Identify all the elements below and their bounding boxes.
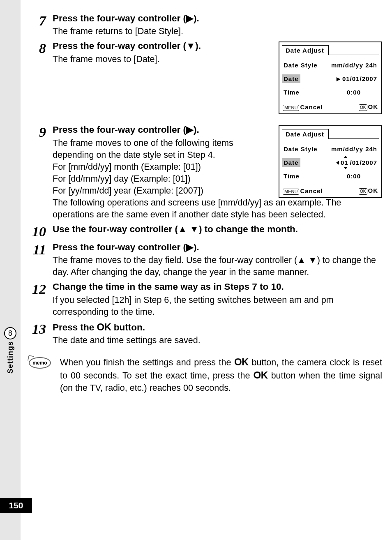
step-desc: For [dd/mm/yy] day (Example: [01]) [53, 173, 233, 185]
lcd-footer: MENUCancel OKOK [279, 185, 381, 197]
step-7: 7 Press the four-way controller (▶). The… [29, 12, 382, 37]
lcd-footer-left: MENUCancel [283, 187, 323, 195]
ok-label: OK [368, 187, 378, 194]
step-desc: For [yy/mm/dd] year (Example: [2007]) [53, 185, 233, 197]
lcd-label-highlighted: Date [282, 158, 300, 167]
step-12: 12 Change the time in the same way as in… [29, 281, 382, 318]
step-desc: The frame moves to the day field. Use th… [53, 254, 382, 278]
menu-button-icon: MENU [283, 189, 299, 195]
lcd-footer-right: OKOK [359, 103, 378, 111]
lcd-row-date: Date 01/01/2007 [284, 156, 377, 169]
page-number: 150 [0, 498, 32, 513]
step-title-text-end: ). [195, 41, 201, 51]
lcd-label-highlighted: Date [282, 74, 300, 83]
lcd-screen-date-highlight: Date Adjust Date Style mm/dd/yy 24h Date… [279, 42, 382, 114]
ok-button-text: OK [97, 321, 111, 332]
step-11: 11 Press the four-way controller (▶). Th… [29, 241, 382, 278]
lcd-value: mm/dd/yy 24h [331, 145, 377, 152]
step-desc: The frame returns to [Date Style]. [53, 25, 382, 37]
lcd-label: Date Style [284, 145, 318, 152]
step-title: Use the four-way controller (▲ ▼) to cha… [53, 223, 382, 235]
lcd-screen-month-select: Date Adjust Date Style mm/dd/yy 24h Date… [279, 125, 382, 198]
lcd-footer-right: OKOK [359, 187, 378, 195]
margin-tab-strip [0, 0, 21, 540]
ok-button-text: OK [254, 369, 268, 381]
step-13: 13 Press the OK button. The date and tim… [29, 321, 382, 346]
lcd-row-date: Date ▶ 01/01/2007 [284, 72, 377, 85]
right-arrow-glyph: ▶ [186, 13, 194, 23]
memo-oval-icon: memo [29, 357, 51, 369]
lcd-row-time: Time 0:00 [284, 85, 377, 99]
step-title-text-end: ) to change the month. [199, 224, 298, 234]
date-rest: /01/2007 [350, 159, 377, 166]
step-desc: The following operations and screens use… [53, 197, 382, 221]
step-number: 12 [29, 281, 53, 296]
step-title-text: Press the four-way controller ( [53, 125, 186, 135]
page-content: 7 Press the four-way controller (▶). The… [29, 12, 382, 394]
step-title: Change the time in the same way as in St… [53, 281, 382, 293]
ok-label: OK [368, 103, 378, 110]
step-title-text: Press the four-way controller ( [53, 13, 186, 23]
step-title: Press the four-way controller (▶). [53, 12, 382, 25]
menu-button-icon: MENU [283, 105, 299, 111]
step-10: 10 Use the four-way controller (▲ ▼) to … [29, 223, 382, 239]
cancel-label: Cancel [300, 104, 323, 111]
step-title-text-end: ). [194, 125, 199, 135]
step-number: 10 [29, 223, 53, 239]
lcd-row-time: Time 0:00 [284, 169, 377, 183]
left-arrow-icon [336, 161, 339, 165]
up-arrow-glyph: ▲ [297, 255, 306, 265]
lcd-value: 0:00 [347, 173, 361, 180]
lcd-date-value: 01/01/2007 [342, 75, 377, 82]
step-title: Press the OK button. [53, 321, 382, 334]
right-pointer-icon: ▶ [337, 76, 341, 82]
memo-text: When you finish the settings and press t… [60, 355, 382, 394]
step-title-text: Press the four-way controller ( [53, 242, 186, 252]
side-chapter-marker: 8 Settings [4, 327, 16, 374]
step-number: 11 [29, 241, 53, 257]
lcd-value: 01/01/2007 [336, 159, 377, 166]
step-desc: The frame moves to one of the following … [53, 137, 233, 161]
lcd-value: ▶ 01/01/2007 [337, 75, 377, 82]
lcd-title: Date Adjust [282, 129, 329, 139]
title-a: Press the [53, 322, 97, 332]
lcd-label: Time [284, 173, 300, 180]
step-number: 13 [29, 321, 53, 336]
down-arrow-glyph: ▼ [190, 224, 199, 234]
lcd-value: 0:00 [347, 89, 361, 96]
chapter-label: Settings [6, 341, 15, 374]
lcd-label: Time [284, 89, 300, 96]
step-number: 7 [29, 12, 53, 28]
step-title-text: Press the four-way controller ( [53, 41, 186, 51]
step-desc: If you selected [12h] in Step 6, the set… [53, 294, 382, 318]
step-number: 8 [29, 40, 53, 55]
lcd-footer-left: MENUCancel [283, 104, 323, 111]
down-arrow-glyph: ▼ [308, 255, 317, 265]
down-arrow-glyph: ▼ [186, 41, 195, 51]
ok-button-text: OK [234, 356, 249, 367]
lcd-row-date-style: Date Style mm/dd/yy 24h [284, 58, 377, 72]
lcd-label: Date Style [284, 62, 318, 69]
lcd-title: Date Adjust [282, 45, 329, 55]
right-arrow-glyph: ▶ [186, 242, 194, 252]
step-desc: For [mm/dd/yy] month (Example: [01]) [53, 161, 233, 173]
step-title-text: Use the four-way controller ( [53, 224, 178, 234]
desc-a: The frame moves to the day field. Use th… [53, 255, 297, 265]
step-title-text-end: ). [194, 242, 199, 252]
step-desc: The date and time settings are saved. [53, 335, 382, 346]
ok-button-icon: OK [359, 188, 367, 195]
cancel-label: Cancel [300, 187, 323, 194]
month-field-selected: 01 [341, 159, 348, 166]
right-arrow-glyph: ▶ [186, 125, 194, 135]
memo-icon: memo [29, 355, 53, 369]
step-title-text-end: ). [194, 13, 199, 23]
step-number: 9 [29, 124, 53, 139]
memo-note: memo When you finish the settings and pr… [29, 355, 382, 394]
title-b: button. [111, 322, 145, 332]
step-title: Press the four-way controller (▶). [53, 241, 382, 254]
up-arrow-glyph: ▲ [178, 224, 187, 234]
lcd-row-date-style: Date Style mm/dd/yy 24h [284, 142, 377, 156]
chapter-number-circle: 8 [4, 327, 16, 339]
lcd-footer: MENUCancel OKOK [279, 102, 381, 113]
lcd-value: mm/dd/yy 24h [331, 62, 377, 69]
